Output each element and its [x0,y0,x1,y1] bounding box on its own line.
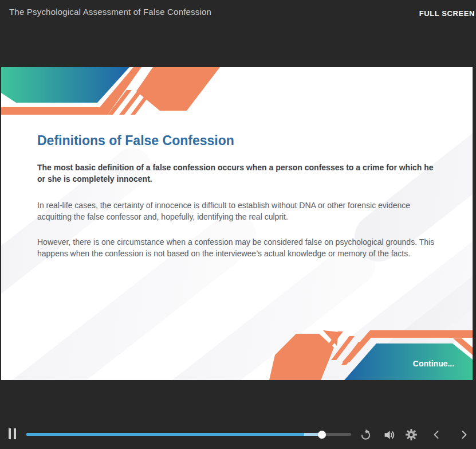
orange-corner-triangle [323,330,339,346]
pause-button[interactable] [5,427,19,442]
volume-icon [383,429,395,441]
slide-heading: Definitions of False Confession [37,132,234,149]
orange-stripe [119,92,141,115]
replay-icon [360,429,372,441]
slide-lead-paragraph: The most basic definition of a false con… [37,162,441,185]
slide-paragraph: However, there is one circumstance when … [37,236,441,259]
orange-band [1,67,141,115]
course-title: The Psychological Assessment of False Co… [9,7,211,17]
orange-stripe [131,96,149,115]
progress-handle[interactable] [318,431,326,439]
volume-button[interactable] [381,427,396,442]
slide-paragraph: In real-life cases, the certainty of inn… [37,200,441,222]
next-chevron-icon [458,429,470,440]
pause-icon [7,428,17,441]
progress-bar[interactable] [26,433,351,436]
next-button[interactable] [457,427,471,442]
slide-canvas: Definitions of False Confession The most… [1,67,473,380]
settings-button[interactable] [404,427,419,442]
settings-gear-icon [405,428,418,441]
continue-button[interactable]: Continue... [402,358,465,369]
previous-chevron-icon [431,429,442,440]
course-player: The Psychological Assessment of False Co… [0,0,476,449]
progress-fill [26,433,304,436]
player-controls [0,420,476,449]
previous-button[interactable] [429,427,444,442]
fullscreen-button[interactable]: FULL SCREEN [419,9,475,18]
gradient-hexagon [1,67,129,103]
replay-button[interactable] [358,427,373,442]
orange-hexagon [136,67,220,111]
top-left-decoration [1,67,230,116]
orange-stripe [108,90,132,115]
